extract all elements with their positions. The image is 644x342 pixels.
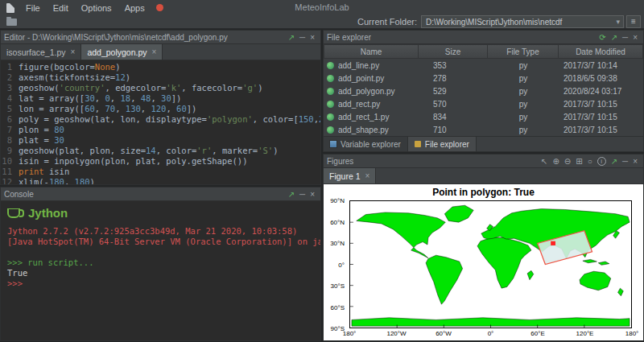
identify-icon[interactable]: ○ [585,155,595,167]
refresh-icon[interactable]: ⟳ [597,31,608,43]
file-size-cell: 353 [419,61,488,70]
close-icon[interactable]: × [71,47,76,56]
column-header-date-modified[interactable]: Date Modified [559,44,643,59]
world-map [350,201,631,328]
file-explorer-controls: ⟳ ↗ ─ × [597,31,640,43]
detach-icon[interactable]: ↗ [609,155,620,167]
code-line: 1 figure(bgcolor=None) [1,62,320,72]
menu-item[interactable]: Edit [47,2,75,14]
file-size-cell: 278 [419,74,488,83]
column-header-file-type[interactable]: File Type [488,44,559,59]
file-name-cell: add_shape.py [324,126,419,134]
line-number: 11 [1,167,19,177]
zoom-in-icon[interactable]: ⊕ [550,155,561,167]
minimize-icon[interactable]: ─ [297,31,308,43]
console-line: >>> [7,278,314,289]
main-content: Editor - D:\Working\MIScript\Jython\mis\… [0,29,644,341]
minimize-icon[interactable]: ─ [297,188,308,200]
table-row[interactable]: add_polygon.py 529 py 2020/8/24 03:17 [324,84,643,97]
file-explorer-title: File explorer [327,33,371,42]
tab-figure-1[interactable]: Figure 1 × [324,168,376,183]
console-line [7,247,314,258]
close-icon[interactable]: × [308,188,317,200]
file-date-cell: 2017/3/7 10:15 [559,126,643,134]
browse-folder-button[interactable]: ≡ [626,15,641,28]
detach-icon[interactable]: ↗ [609,31,620,43]
console-lines: Jython 2.7.2 (v2.7.2:925a3cc3b49d, Mar 2… [7,226,314,289]
close-icon[interactable]: × [630,155,640,167]
y-tick-label: 90°N [324,197,345,204]
line-number: 9 [1,146,19,156]
file-explorer-panel: File explorer ⟳ ↗ ─ × Name Size File Typ… [323,30,644,152]
code-editor[interactable]: 1 figure(bgcolor=None) 2 axesm(tickfonts… [1,60,320,184]
column-header-size[interactable]: Size [419,44,488,59]
left-column: Editor - D:\Working\MIScript\Jython\mis\… [0,30,321,341]
code-line: 12 xlim(-180, 180) [1,177,320,184]
code-line: 8 plat = 30 [1,135,320,146]
table-row[interactable]: add_shape.py 710 py 2017/3/7 10:15 [324,123,643,136]
editor-tab-bar: isosurface_1.py × add_polygon.py × [1,44,320,60]
line-number: 4 [1,93,19,104]
pointer-icon[interactable]: ↖ [539,155,550,167]
help-icon[interactable] [156,4,163,11]
python-file-icon [327,113,334,121]
code-text: figure(bgcolor=None) [19,62,120,72]
figures-toolbar: ↖ ⊕ ⊖ ⊞ ○ i ↗ ─ × [539,155,640,167]
python-file-icon [327,101,334,108]
file-size-cell: 570 [419,100,488,109]
coffee-cup-icon [7,208,20,218]
file-name-cell: add_line.py [324,61,419,70]
code-line: 9 geoshow(plat, plon, size=14, color='r'… [1,146,320,156]
right-column: File explorer ⟳ ↗ ─ × Name Size File Typ… [323,30,644,341]
info-icon[interactable]: i [597,157,606,166]
x-tick-label: 60°W [436,330,452,337]
table-row[interactable]: add_point.py 278 py 2018/6/5 09:38 [324,72,643,84]
x-tick-label: 120°W [386,330,406,337]
close-icon[interactable]: × [365,171,370,180]
detach-icon[interactable]: ↗ [286,31,297,43]
tab-add-polygon-py[interactable]: add_polygon.py × [81,44,163,60]
console-output[interactable]: Jython Jython 2.7.2 (v2.7.2:925a3cc3b49d… [1,201,320,340]
console-panel-controls: ↗ ─ × [286,188,317,200]
code-line: 10 isin = inpolygon(plon, plat, poly.get… [1,156,320,167]
current-folder-combobox[interactable]: D:\Working\MIScript\Jython\mis\netcdf ▾ [421,15,624,28]
file-explorer-header: File explorer ⟳ ↗ ─ × [324,31,643,44]
close-icon[interactable]: × [152,47,157,56]
code-text: lat = array([30, 0, 18, 48, 30]) [19,93,181,104]
y-tick-label: 30°S [324,282,345,290]
file-date-cell: 2020/8/24 03:17 [559,87,643,96]
current-folder-value: D:\Working\MIScript\Jython\mis\netcdf [426,18,614,27]
detach-icon[interactable]: ↗ [286,188,297,200]
chevron-down-icon[interactable]: ▾ [614,18,621,26]
minimize-icon[interactable]: ─ [620,155,630,167]
column-header-name[interactable]: Name [324,44,419,59]
figure-canvas[interactable]: Point in polygon: True 90°N60°N30°N0°30°… [324,184,643,340]
tab-variable-explorer[interactable]: Variable explorer [324,137,408,151]
jython-logo-text: Jython [28,206,68,220]
pan-icon[interactable]: ⊞ [573,155,584,167]
tab-isosurface-1-py[interactable]: isosurface_1.py × [1,44,81,60]
open-folder-icon[interactable] [6,19,17,26]
zoom-out-icon[interactable]: ⊖ [562,155,573,167]
line-number: 2 [1,72,19,83]
x-tick-label: 0° [488,330,494,337]
close-icon[interactable]: × [308,31,317,43]
figure-title: Point in polygon: True [324,187,643,198]
line-number: 6 [1,114,19,125]
file-type-cell: py [488,61,559,70]
x-tick-label: 60°E [530,330,544,337]
console-panel-header: Console ↗ ─ × [1,187,320,201]
menu-item[interactable]: Apps [118,2,151,14]
tab-file-explorer[interactable]: File explorer [408,137,477,151]
menu-item[interactable]: Options [75,2,118,14]
menu-item[interactable]: File [19,2,47,14]
editor-panel-header: Editor - D:\Working\MIScript\Jython\mis\… [1,31,320,44]
map-plot[interactable] [349,200,632,328]
code-text: isin = inpolygon(plon, plat, poly.getSha… [19,156,247,167]
table-row[interactable]: add_rect.py 570 py 2017/3/7 10:15 [324,97,643,110]
close-icon[interactable]: × [630,31,640,43]
code-line: 11 print isin [1,167,320,177]
minimize-icon[interactable]: ─ [620,31,630,43]
table-row[interactable]: add_line.py 353 py 2017/3/7 10:14 [324,59,643,72]
table-row[interactable]: add_rect_1.py 834 py 2017/3/7 10:15 [324,110,643,123]
